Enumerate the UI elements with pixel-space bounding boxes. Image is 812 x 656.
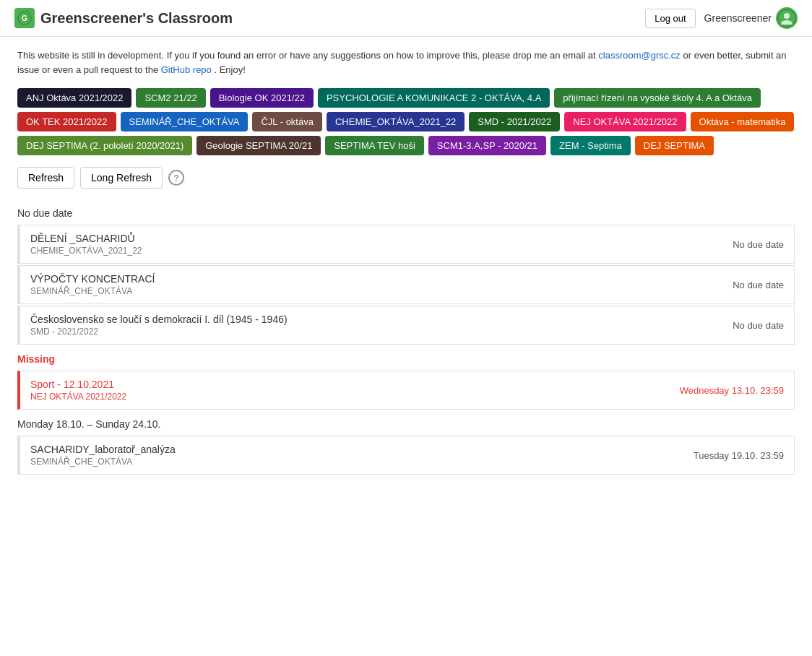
- task-subtitle: CHEMIE_OKTÁVA_2021_22: [30, 246, 142, 256]
- task-card[interactable]: Československo se loučí s demokracií I. …: [17, 306, 795, 345]
- help-icon[interactable]: ?: [168, 170, 184, 186]
- class-tag[interactable]: ZEM - Septima: [550, 136, 631, 155]
- notice-bar: This website is still in development. If…: [0, 37, 812, 88]
- class-tag[interactable]: SEPTIMA TEV hoši: [325, 136, 423, 155]
- class-tag[interactable]: Oktáva - matematika: [691, 112, 795, 131]
- class-tag[interactable]: SMD - 2021/2022: [469, 112, 560, 131]
- task-due: No due date: [733, 320, 784, 331]
- task-left: Československo se loučí s demokracií I. …: [30, 314, 288, 337]
- task-title: VÝPOČTY KONCENTRACÍ: [30, 273, 155, 285]
- class-grid: ANJ Oktáva 2021/2022SCM2 21/22Biologie O…: [0, 88, 812, 167]
- class-tag[interactable]: Biologie OK 2021/22: [210, 88, 314, 108]
- svg-point-3: [784, 13, 790, 19]
- task-card[interactable]: SACHARIDY_laboratoř_analýzaSEMINÁŘ_CHE_O…: [17, 436, 795, 475]
- section-header-no_due: No due date: [17, 200, 795, 225]
- class-tag[interactable]: přijímací řízení na vysoké školy 4. A a …: [554, 88, 761, 108]
- svg-text:G: G: [22, 14, 27, 22]
- class-tag[interactable]: ANJ Oktáva 2021/2022: [17, 88, 131, 108]
- section-header-week: Monday 18.10. – Sunday 24.10.: [17, 411, 795, 436]
- github-link[interactable]: GitHub repo: [161, 64, 212, 75]
- task-due: No due date: [733, 239, 784, 250]
- notice-text-before: This website is still in development. If…: [17, 50, 598, 61]
- task-left: SACHARIDY_laboratoř_analýzaSEMINÁŘ_CHE_O…: [30, 444, 176, 467]
- app-logo: G: [14, 8, 35, 28]
- app-title: Greenscreener's Classroom: [40, 10, 233, 27]
- class-tag[interactable]: DEJ SEPTIMA (2. pololetí 2020/2021): [17, 136, 192, 155]
- task-subtitle: NEJ OKTÁVA 2021/2022: [30, 392, 126, 402]
- notice-text-after: . Enjoy!: [214, 64, 245, 75]
- task-card[interactable]: VÝPOČTY KONCENTRACÍSEMINÁŘ_CHE_OKTÁVANo …: [17, 265, 795, 304]
- tasks-section: No due dateDĚLENÍ _SACHARIDŮCHEMIE_OKTÁV…: [0, 200, 812, 475]
- task-due: Wednesday 13.10. 23:59: [680, 385, 784, 396]
- task-left: DĚLENÍ _SACHARIDŮCHEMIE_OKTÁVA_2021_22: [30, 233, 142, 256]
- logout-button[interactable]: Log out: [645, 9, 695, 28]
- header: G Greenscreener's Classroom Log out Gree…: [0, 0, 812, 37]
- task-title: Sport - 12.10.2021: [30, 379, 126, 390]
- task-subtitle: SEMINÁŘ_CHE_OKTÁVA: [30, 457, 176, 467]
- notice-email-link[interactable]: classroom@grsc.cz: [598, 50, 681, 61]
- class-tag[interactable]: DEJ SEPTIMA: [635, 136, 714, 155]
- task-due: No due date: [733, 280, 784, 290]
- task-subtitle: SMD - 2021/2022: [30, 327, 288, 337]
- task-subtitle: SEMINÁŘ_CHE_OKTÁVA: [30, 286, 155, 296]
- task-title: DĚLENÍ _SACHARIDŮ: [30, 233, 142, 244]
- user-info: Greenscreener: [704, 7, 798, 29]
- avatar: [776, 7, 798, 29]
- refresh-button[interactable]: Refresh: [17, 167, 74, 189]
- header-right: Log out Greenscreener: [645, 7, 798, 29]
- class-tag[interactable]: NEJ OKTÁVA 2021/2022: [564, 112, 686, 131]
- username-label: Greenscreener: [704, 12, 772, 24]
- task-left: Sport - 12.10.2021NEJ OKTÁVA 2021/2022: [30, 379, 126, 402]
- task-due: Tuesday 19.10. 23:59: [694, 450, 784, 461]
- buttons-row: Refresh Long Refresh ?: [0, 167, 812, 200]
- class-tag[interactable]: SCM2 21/22: [136, 88, 205, 108]
- class-tag[interactable]: SCM1-3.A,SP - 2020/21: [428, 136, 546, 155]
- class-tag[interactable]: PSYCHOLOGIE A KOMUNIKACE 2 - OKTÁVA, 4.A: [318, 88, 550, 108]
- task-card[interactable]: DĚLENÍ _SACHARIDŮCHEMIE_OKTÁVA_2021_22No…: [17, 225, 795, 264]
- task-title: Československo se loučí s demokracií I. …: [30, 314, 288, 325]
- class-tag[interactable]: Geologie SEPTIMA 20/21: [196, 136, 321, 155]
- task-title: SACHARIDY_laboratoř_analýza: [30, 444, 176, 455]
- class-tag[interactable]: ČJL - oktáva: [252, 112, 322, 131]
- class-tag[interactable]: CHEMIE_OKTÁVA_2021_22: [327, 112, 465, 131]
- long-refresh-button[interactable]: Long Refresh: [80, 167, 163, 189]
- header-left: G Greenscreener's Classroom: [14, 8, 233, 28]
- section-header-missing: Missing: [17, 346, 795, 371]
- task-card[interactable]: Sport - 12.10.2021NEJ OKTÁVA 2021/2022We…: [17, 371, 795, 410]
- task-left: VÝPOČTY KONCENTRACÍSEMINÁŘ_CHE_OKTÁVA: [30, 273, 155, 296]
- class-tag[interactable]: OK TEK 2021/2022: [17, 112, 116, 131]
- class-tag[interactable]: SEMINÁŘ_CHE_OKTÁVA: [121, 112, 249, 131]
